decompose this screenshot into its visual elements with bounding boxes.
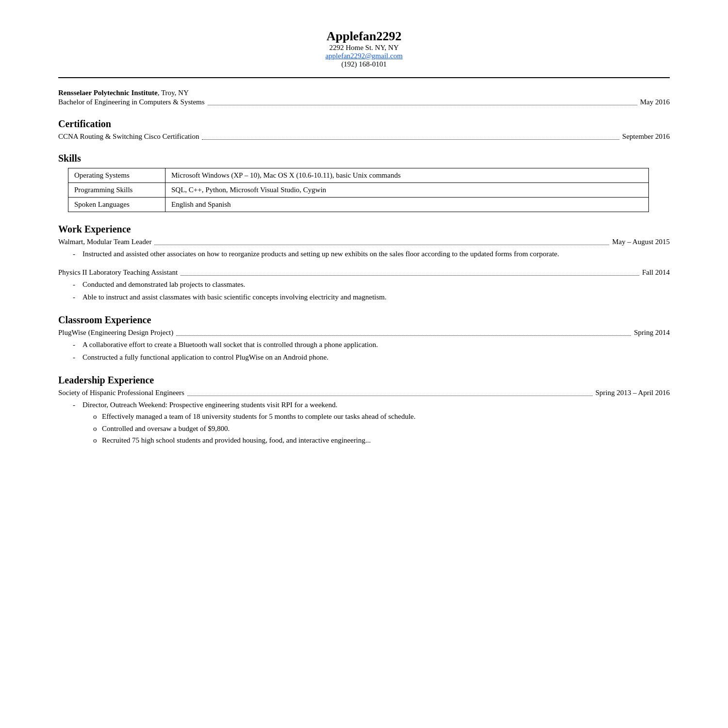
sub-bullet-list: Effectively managed a team of 18 univers… [92,411,670,446]
table-row: Operating Systems Microsoft Windows (XP … [68,168,649,183]
classroom-row-0: PlugWise (Engineering Design Project) Sp… [58,329,670,337]
degree-date: May 2016 [640,98,670,106]
degree-row: Bachelor of Engineering in Computers & S… [58,98,670,107]
skill-label-1: Programming Skills [68,183,165,198]
certification-section: Certification CCNA Routing & Switching C… [58,118,670,141]
cert-row: CCNA Routing & Switching Cisco Certifica… [58,132,670,141]
work-date-1: Fall 2014 [642,268,670,277]
list-item: Able to instruct and assist classmates w… [73,292,670,303]
applicant-address: 2292 Home St. NY, NY [58,44,670,52]
work-entry-1: Physics II Laboratory Teaching Assistant… [58,268,670,303]
institution-name: Rensselaer Polytechnic Institute [58,89,158,97]
leadership-bullets-0: Director, Outreach Weekend: Prospective … [73,399,670,446]
work-employer-0: Walmart, Modular Team Leader [58,238,151,246]
list-item: Controlled and oversaw a budget of $9,80… [92,423,670,434]
list-item: Constructed a fully functional applicati… [73,352,670,363]
classroom-employer-0: PlugWise (Engineering Design Project) [58,329,173,337]
dots-classroom-0 [176,327,631,336]
dots-leadership-0 [187,387,593,396]
email-link[interactable]: applefan2292@gmail.com [325,52,402,60]
classroom-experience-section: Classroom Experience PlugWise (Engineeri… [58,314,670,363]
leadership-row-0: Society of Hispanic Professional Enginee… [58,389,670,397]
skills-section: Skills Operating Systems Microsoft Windo… [58,153,670,212]
skills-title: Skills [58,153,670,164]
applicant-email: applefan2292@gmail.com [58,52,670,60]
leadership-entry-0: Society of Hispanic Professional Enginee… [58,389,670,446]
table-row: Programming Skills SQL, C++, Python, Mic… [68,183,649,198]
institution-location: , Troy, NY [158,89,189,97]
classroom-bullets-0: A collaborative effort to create a Bluet… [73,339,670,363]
list-item: Recruited 75 high school students and pr… [92,435,670,446]
list-item: A collaborative effort to create a Bluet… [73,339,670,350]
dots-education [208,97,637,105]
leadership-employer-0: Society of Hispanic Professional Enginee… [58,389,184,397]
list-item: Effectively managed a team of 18 univers… [92,411,670,422]
work-date-0: May – August 2015 [612,238,670,246]
leadership-title: Leadership Experience [58,375,670,386]
work-bullets-1: Conducted and demonstrated lab projects … [73,279,670,303]
leadership-date-0: Spring 2013 – April 2016 [596,389,670,397]
applicant-name: Applefan2292 [58,29,670,44]
classroom-entry-0: PlugWise (Engineering Design Project) Sp… [58,329,670,363]
skill-label-0: Operating Systems [68,168,165,183]
table-row: Spoken Languages English and Spanish [68,198,649,212]
header-divider [58,77,670,78]
dots-work-1 [181,267,639,276]
education-section: Rensselaer Polytechnic Institute, Troy, … [58,89,670,107]
cert-label: CCNA Routing & Switching Cisco Certifica… [58,132,199,141]
certification-title: Certification [58,118,670,130]
list-item: Instructed and assisted other associates… [73,248,670,260]
dots-work-0 [154,236,609,245]
applicant-phone: (192) 168-0101 [58,60,670,68]
work-employer-1: Physics II Laboratory Teaching Assistant [58,268,178,277]
work-experience-title: Work Experience [58,224,670,235]
dots-cert [202,131,619,140]
degree-label: Bachelor of Engineering in Computers & S… [58,98,205,106]
work-entry-0: Walmart, Modular Team Leader May – Augus… [58,238,670,260]
skill-value-0: Microsoft Windows (XP – 10), Mac OS X (1… [165,168,649,183]
list-item: Conducted and demonstrated lab projects … [73,279,670,290]
work-experience-section: Work Experience Walmart, Modular Team Le… [58,224,670,303]
classroom-date-0: Spring 2014 [634,329,670,337]
work-row-0: Walmart, Modular Team Leader May – Augus… [58,238,670,247]
work-bullets-0: Instructed and assisted other associates… [73,248,670,260]
skill-label-2: Spoken Languages [68,198,165,212]
cert-date: September 2016 [622,132,670,141]
skills-table: Operating Systems Microsoft Windows (XP … [68,168,649,212]
skill-value-2: English and Spanish [165,198,649,212]
work-row-1: Physics II Laboratory Teaching Assistant… [58,268,670,277]
classroom-title: Classroom Experience [58,314,670,326]
leadership-experience-section: Leadership Experience Society of Hispani… [58,375,670,446]
institution-line: Rensselaer Polytechnic Institute, Troy, … [58,89,670,97]
resume-header: Applefan2292 2292 Home St. NY, NY applef… [58,29,670,68]
skill-value-1: SQL, C++, Python, Microsoft Visual Studi… [165,183,649,198]
list-item: Director, Outreach Weekend: Prospective … [73,399,670,446]
